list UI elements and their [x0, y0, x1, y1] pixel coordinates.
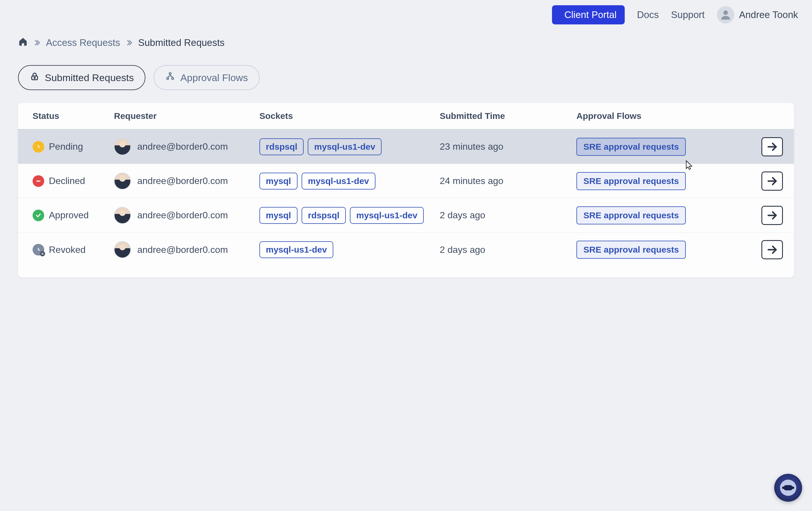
- tab-submitted-requests[interactable]: Submitted Requests: [18, 65, 145, 90]
- svg-point-1: [723, 10, 728, 15]
- status-label: Approved: [49, 210, 89, 221]
- submitted-time: 24 minutes ago: [440, 176, 576, 186]
- view-request-button[interactable]: [761, 240, 783, 259]
- requester-email: andree@border0.com: [137, 210, 228, 221]
- table-row[interactable]: Declinedandree@border0.commysqlmysql-us1…: [18, 164, 794, 198]
- submitted-time: 2 days ago: [440, 210, 576, 221]
- requests-table: Status Requester Sockets Submitted Time …: [18, 103, 794, 277]
- view-request-button[interactable]: [761, 137, 783, 156]
- svg-point-3: [34, 77, 35, 79]
- col-header-status: Status: [33, 111, 114, 121]
- approval-flow-pill[interactable]: SRE approval requests: [576, 138, 686, 156]
- breadcrumb-link-access-requests[interactable]: Access Requests: [46, 37, 120, 48]
- approval-flow-pill[interactable]: SRE approval requests: [576, 206, 686, 224]
- view-request-button[interactable]: [761, 172, 783, 191]
- table-row[interactable]: Revokedandree@border0.commysql-us1-dev2 …: [18, 233, 794, 267]
- svg-point-5: [167, 78, 169, 80]
- submitted-time: 2 days ago: [440, 244, 576, 255]
- tab-label: Approval Flows: [180, 72, 248, 83]
- docs-link[interactable]: Docs: [637, 9, 659, 20]
- requester-email: andree@border0.com: [137, 244, 228, 255]
- tab-approval-flows[interactable]: Approval Flows: [153, 65, 259, 90]
- col-header-flows: Approval Flows: [576, 111, 710, 121]
- user-menu[interactable]: Andree Toonk: [717, 6, 798, 24]
- requester-avatar: [114, 173, 131, 189]
- chat-widget-button[interactable]: [774, 474, 802, 502]
- col-header-requester: Requester: [114, 111, 259, 121]
- status-label: Revoked: [49, 244, 86, 255]
- status-label: Declined: [49, 176, 85, 186]
- socket-tag[interactable]: rdspsql: [301, 207, 346, 224]
- table-row[interactable]: Pendingandree@border0.comrdspsqlmysql-us…: [18, 130, 794, 164]
- requester-avatar: [114, 241, 131, 258]
- socket-tag[interactable]: mysql: [259, 173, 297, 189]
- submitted-time: 23 minutes ago: [440, 141, 576, 152]
- requester-email: andree@border0.com: [137, 141, 228, 152]
- tab-label: Submitted Requests: [45, 72, 134, 83]
- socket-tag[interactable]: mysql-us1-dev: [308, 138, 382, 155]
- requester-email: andree@border0.com: [137, 176, 228, 186]
- socket-tag[interactable]: mysql-us1-dev: [259, 241, 333, 258]
- view-request-button[interactable]: [761, 206, 783, 225]
- chevron-right-icon: [33, 39, 41, 47]
- chat-bot-icon: [780, 480, 796, 496]
- approval-flow-pill[interactable]: SRE approval requests: [576, 241, 686, 259]
- home-icon[interactable]: [18, 37, 28, 49]
- revoked-status-icon: [33, 244, 44, 256]
- svg-point-6: [172, 78, 174, 80]
- breadcrumb: Access Requests Submitted Requests: [0, 24, 812, 49]
- user-avatar-icon: [717, 6, 734, 24]
- table-header-row: Status Requester Sockets Submitted Time …: [18, 103, 794, 130]
- approval-flow-pill[interactable]: SRE approval requests: [576, 172, 686, 190]
- client-portal-label: Client Portal: [564, 9, 616, 20]
- socket-tag[interactable]: mysql: [259, 207, 297, 224]
- socket-tag[interactable]: mysql-us1-dev: [301, 173, 375, 189]
- declined-status-icon: [33, 175, 44, 187]
- approved-status-icon: [33, 210, 44, 221]
- col-header-submitted: Submitted Time: [440, 111, 576, 121]
- user-name-label: Andree Toonk: [739, 9, 798, 20]
- client-portal-button[interactable]: Client Portal: [552, 5, 625, 24]
- flow-icon: [165, 71, 175, 84]
- chevron-right-icon: [125, 39, 133, 47]
- status-label: Pending: [49, 141, 83, 152]
- breadcrumb-current: Submitted Requests: [138, 37, 225, 48]
- pending-status-icon: [33, 141, 44, 153]
- socket-tag[interactable]: rdspsql: [259, 138, 303, 155]
- svg-point-4: [169, 73, 171, 75]
- requester-avatar: [114, 138, 131, 155]
- col-header-sockets: Sockets: [259, 111, 440, 121]
- socket-tag[interactable]: mysql-us1-dev: [350, 207, 424, 224]
- lock-icon: [30, 71, 39, 84]
- requester-avatar: [114, 207, 131, 224]
- support-link[interactable]: Support: [671, 9, 705, 20]
- table-row[interactable]: Approvedandree@border0.commysqlrdspsqlmy…: [18, 198, 794, 233]
